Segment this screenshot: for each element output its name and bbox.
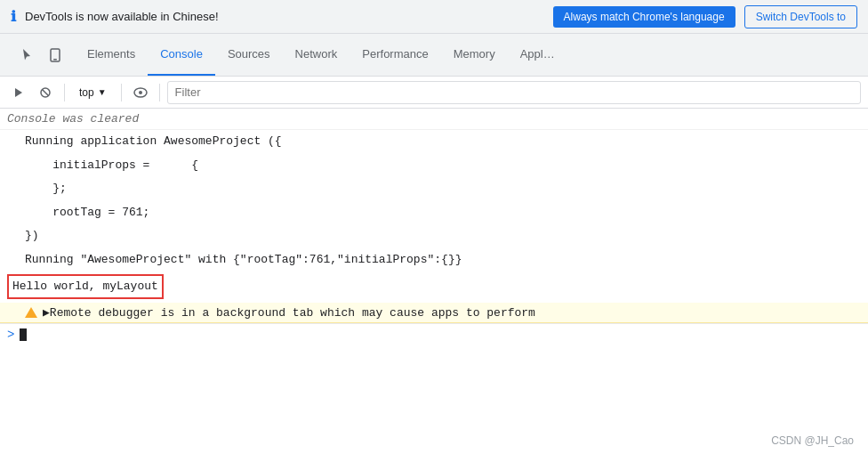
console-line: };	[0, 177, 868, 201]
console-line: rootTag = 761;	[0, 201, 868, 225]
svg-line-4	[43, 89, 49, 95]
console-warning-text: ▶Remote debugger is in a background tab …	[43, 305, 535, 320]
console-output: Console was cleared Running application …	[0, 109, 868, 454]
console-cleared-message: Console was cleared	[0, 109, 868, 130]
tab-performance[interactable]: Performance	[350, 34, 440, 76]
info-icon: ℹ	[11, 8, 16, 25]
switch-devtools-button[interactable]: Switch DevTools to	[744, 5, 857, 28]
toolbar-divider-3	[159, 84, 160, 101]
console-line: Running "AwesomeProject" with {"rootTag"…	[0, 248, 868, 272]
svg-marker-2	[15, 88, 22, 97]
svg-rect-1	[53, 59, 57, 61]
tab-network[interactable]: Network	[283, 34, 350, 76]
devtools-window: ℹ DevTools is now available in Chinese! …	[0, 0, 868, 454]
notification-bar: ℹ DevTools is now available in Chinese! …	[0, 0, 868, 34]
console-text: rootTag = 761;	[25, 206, 149, 219]
context-selector[interactable]: top ▼	[72, 84, 114, 101]
console-text: initialProps = {	[25, 158, 198, 172]
toolbar-divider-2	[121, 84, 122, 101]
console-prompt: >	[0, 323, 868, 345]
warning-triangle-icon	[25, 307, 37, 318]
console-text: Running "AwesomeProject" with {"rootTag"…	[25, 253, 462, 266]
context-label: top	[79, 86, 94, 99]
watermark: CSDN @JH_Cao	[771, 434, 854, 447]
cursor-icon-button[interactable]	[14, 43, 39, 68]
tab-sources[interactable]: Sources	[215, 34, 283, 76]
console-toolbar: top ▼	[0, 77, 868, 109]
console-text: Running application AwesomeProject ({	[25, 134, 282, 148]
console-line: })	[0, 224, 868, 248]
console-line: Running application AwesomeProject ({	[0, 130, 868, 154]
prompt-symbol: >	[7, 328, 14, 342]
console-highlighted-text: Hello world, myLayout	[7, 274, 164, 299]
toolbar-divider-1	[64, 84, 65, 101]
eye-icon-button[interactable]	[129, 81, 152, 104]
run-icon-button[interactable]	[7, 81, 30, 104]
console-area: Console was cleared Running application …	[0, 109, 868, 454]
console-line: initialProps = {	[0, 154, 868, 178]
notification-text: DevTools is now available in Chinese!	[25, 10, 544, 23]
console-warning-line: ▶Remote debugger is in a background tab …	[0, 303, 868, 323]
tab-application[interactable]: Appl…	[508, 34, 567, 76]
tab-icon-group	[7, 34, 75, 76]
mobile-icon-button[interactable]	[43, 43, 68, 68]
console-highlighted-line: Hello world, myLayout	[0, 272, 868, 303]
match-language-button[interactable]: Always match Chrome's language	[553, 6, 735, 28]
svg-point-6	[139, 91, 142, 94]
dropdown-arrow: ▼	[98, 87, 107, 97]
block-icon-button[interactable]	[34, 81, 57, 104]
console-text: };	[25, 182, 67, 195]
tab-memory[interactable]: Memory	[441, 34, 508, 76]
console-text: })	[25, 229, 39, 242]
prompt-cursor	[20, 328, 27, 341]
tab-console[interactable]: Console	[148, 34, 215, 76]
tabs-bar: Elements Console Sources Network Perform…	[0, 34, 868, 77]
tab-elements[interactable]: Elements	[75, 34, 148, 76]
filter-input[interactable]	[167, 81, 861, 104]
